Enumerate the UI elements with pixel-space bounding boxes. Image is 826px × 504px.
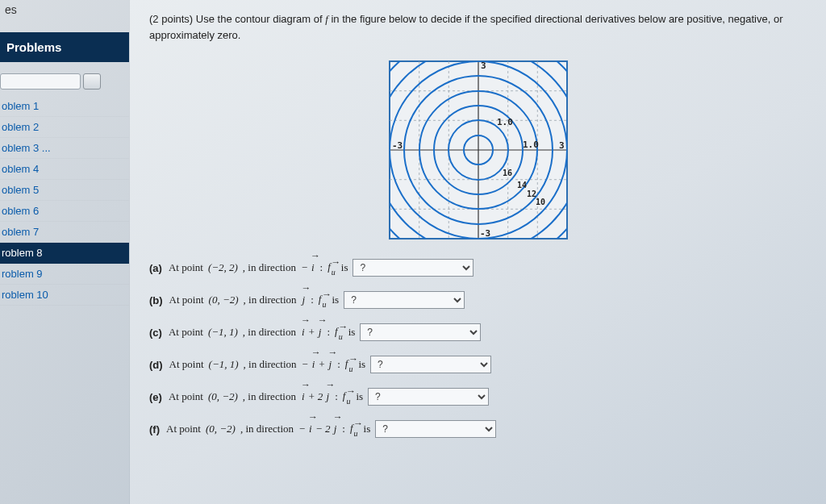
sidebar-item-4[interactable]: oblem 4 <box>0 159 129 180</box>
colon: : <box>327 326 330 339</box>
search-go-button[interactable] <box>83 73 101 90</box>
answer-select-e[interactable]: ? <box>368 388 489 406</box>
sidebar-item-8[interactable]: roblem 8 <box>0 243 129 264</box>
part-label: (e) <box>149 391 162 403</box>
part-point: (0, −2) <box>209 294 239 306</box>
part-label: (d) <box>149 359 163 371</box>
part-label: (b) <box>149 294 163 306</box>
part-point: (0, −2) <box>208 390 238 403</box>
colon: : <box>335 390 338 403</box>
direction-vector: − →i <box>301 261 315 274</box>
sidebar-search <box>0 73 123 90</box>
part-point: (−1, 1) <box>208 326 238 339</box>
search-input[interactable] <box>0 73 81 90</box>
svg-text:3: 3 <box>481 60 486 71</box>
colon: : <box>311 294 314 306</box>
question-text: (2 points) Use the contour diagram of f … <box>149 11 807 43</box>
svg-text:1.0: 1.0 <box>497 117 513 127</box>
f-sub-u: f→u <box>327 260 336 275</box>
answer-select-c[interactable]: ? <box>360 323 481 341</box>
part-point: (−1, 1) <box>209 358 239 371</box>
answer-select-d[interactable]: ? <box>370 356 491 373</box>
points-prefix: (2 points) <box>149 13 196 25</box>
svg-text:3: 3 <box>559 140 565 151</box>
sidebar-item-5[interactable]: oblem 5 <box>0 180 129 201</box>
part-row-b: (b)At point (0, −2), in direction →j: f→… <box>149 291 807 309</box>
at-point-text: At point <box>169 390 203 403</box>
svg-text:-3: -3 <box>392 140 403 151</box>
colon: : <box>337 358 340 371</box>
f-sub-u: f→u <box>345 357 354 372</box>
sidebar-item-1[interactable]: oblem 1 <box>0 96 129 117</box>
answer-select-a[interactable]: ? <box>353 259 473 277</box>
sidebar-item-7[interactable]: oblem 7 <box>0 222 129 243</box>
corner-label: es <box>2 2 20 18</box>
in-direction-text: , in direction <box>244 358 297 371</box>
svg-text:1.0: 1.0 <box>523 140 539 150</box>
svg-text:10: 10 <box>536 198 545 206</box>
is-text: is <box>332 294 339 306</box>
in-direction-text: , in direction <box>243 326 296 339</box>
direction-vector: − →i + →j <box>302 358 333 371</box>
f-sub-u: f→u <box>319 293 327 307</box>
at-point-text: At point <box>169 261 203 274</box>
direction-vector: − →i − 2 →j <box>298 423 337 435</box>
part-label: (f) <box>149 423 160 435</box>
is-text: is <box>364 423 371 435</box>
at-point-text: At point <box>169 294 204 306</box>
direction-vector: →i + 2 →j <box>301 390 330 403</box>
is-text: is <box>348 326 356 339</box>
in-direction-text: , in direction <box>244 294 297 306</box>
sidebar-item-10[interactable]: roblem 10 <box>0 285 129 306</box>
answer-select-f[interactable]: ? <box>375 420 496 438</box>
part-row-e: (e)At point (0, −2), in direction →i + 2… <box>149 388 807 406</box>
main-content: (2 points) Use the contour diagram of f … <box>129 0 826 504</box>
part-row-d: (d)At point (−1, 1), in direction − →i +… <box>149 356 807 373</box>
part-point: (−2, 2) <box>208 261 238 274</box>
answer-select-b[interactable]: ? <box>344 291 465 309</box>
contour-figure: 3 1.0 -3 -3 1.0 3 16 14 12 10 <box>149 49 807 251</box>
part-row-c: (c)At point (−1, 1), in direction →i + →… <box>149 323 807 341</box>
question-parts: (a)At point (−2, 2), in direction − →i: … <box>149 259 807 438</box>
svg-text:16: 16 <box>503 169 512 177</box>
part-label: (a) <box>149 262 162 274</box>
at-point-text: At point <box>169 358 204 371</box>
part-label: (c) <box>149 327 162 339</box>
f-sub-u: f→u <box>335 325 344 339</box>
colon: : <box>342 423 345 435</box>
is-text: is <box>356 390 363 403</box>
in-direction-text: , in direction <box>243 261 296 274</box>
in-direction-text: , in direction <box>243 390 296 403</box>
sidebar-item-9[interactable]: roblem 9 <box>0 264 129 285</box>
colon: : <box>320 261 323 274</box>
at-point-text: At point <box>166 423 201 435</box>
sidebar-item-6[interactable]: oblem 6 <box>0 201 129 222</box>
direction-vector: →i + →j <box>301 326 323 339</box>
sidebar-item-2[interactable]: oblem 2 <box>0 117 129 138</box>
direction-vector: →j <box>302 294 307 306</box>
part-point: (0, −2) <box>206 423 236 435</box>
sidebar-header: Problems <box>0 32 129 62</box>
part-row-a: (a)At point (−2, 2), in direction − →i: … <box>149 259 807 277</box>
f-sub-u: f→u <box>350 422 359 436</box>
sidebar-list: oblem 1oblem 2oblem 3 ...oblem 4oblem 5o… <box>0 96 129 306</box>
sidebar-item-3[interactable]: oblem 3 ... <box>0 138 129 159</box>
is-text: is <box>358 358 365 371</box>
at-point-text: At point <box>169 326 203 339</box>
part-row-f: (f)At point (0, −2), in direction − →i −… <box>149 420 807 438</box>
sidebar: es Problems oblem 1oblem 2oblem 3 ...obl… <box>0 0 129 504</box>
in-direction-text: , in direction <box>240 423 294 435</box>
is-text: is <box>341 261 348 274</box>
contour-svg: 3 1.0 -3 -3 1.0 3 16 14 12 10 <box>378 49 579 251</box>
svg-text:-3: -3 <box>480 228 490 239</box>
question-part1: Use the contour diagram of <box>196 13 325 25</box>
f-sub-u: f→u <box>343 389 352 404</box>
svg-text:14: 14 <box>517 181 527 190</box>
